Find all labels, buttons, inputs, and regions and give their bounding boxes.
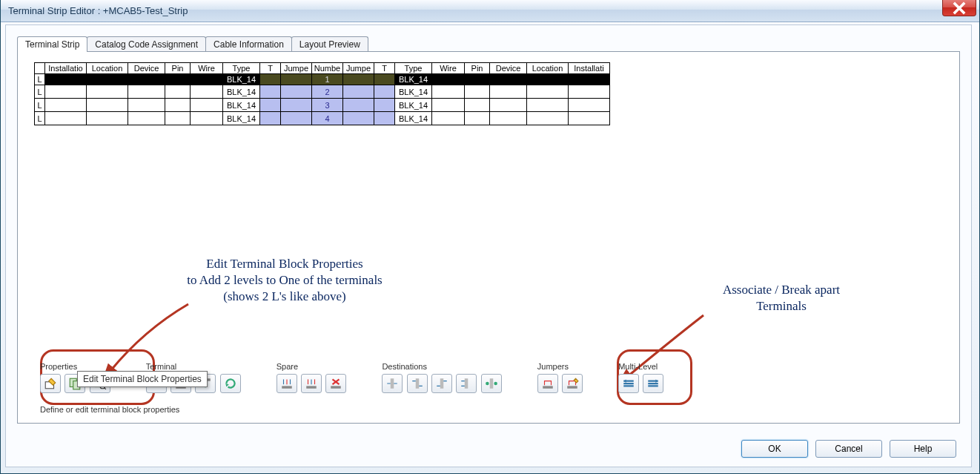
annotation-associate: Associate / Break apart Terminals xyxy=(700,282,863,315)
dest-btn-4[interactable] xyxy=(456,374,477,393)
cell-type-r: BLK_14 xyxy=(395,85,432,99)
col-location-l: Location xyxy=(87,63,128,74)
cancel-button[interactable]: Cancel xyxy=(815,440,882,458)
svg-line-5 xyxy=(104,388,105,389)
group-destinations: Destinations xyxy=(376,359,509,399)
annotation-line: to Add 2 levels to One of the terminals xyxy=(187,273,382,287)
col-pin-r: Pin xyxy=(465,63,490,74)
window-title: Terminal Strip Editor : +MCAB5-Test_Stri… xyxy=(8,5,188,16)
svg-rect-9 xyxy=(282,386,292,388)
group-label: Terminal xyxy=(146,362,242,371)
col-wire-l: Wire xyxy=(191,63,223,74)
col-jumper-r: Jumpe xyxy=(343,63,374,74)
cell-type-r: BLK_14 xyxy=(395,99,432,112)
associate-terminals-button[interactable] xyxy=(618,374,639,393)
dialog-buttons: OK Cancel Help xyxy=(741,440,956,458)
annotation-line: Terminals xyxy=(756,299,807,313)
dest-btn-1[interactable] xyxy=(382,374,403,393)
dest-icon xyxy=(460,377,473,390)
svg-rect-21 xyxy=(465,378,469,389)
group-multilevel: Multi-Level xyxy=(612,359,671,399)
svg-rect-18 xyxy=(391,378,394,389)
associate-icon xyxy=(622,377,635,390)
cell-number: 1 xyxy=(312,74,343,85)
edit-icon xyxy=(44,377,57,390)
group-spare: Spare xyxy=(271,359,354,399)
tab-layout-preview[interactable]: Layout Preview xyxy=(291,36,368,52)
annotation-line: Edit Terminal Block Properties xyxy=(206,257,362,271)
col-jumper-l: Jumpe xyxy=(281,63,312,74)
delete-spare-button[interactable] xyxy=(325,374,346,393)
table-row[interactable]: L BLK_14 1 BLK_14 xyxy=(35,74,610,85)
dest-icon xyxy=(485,377,498,390)
delete-spare-icon xyxy=(329,377,342,390)
svg-rect-20 xyxy=(440,378,444,389)
reassign-button[interactable] xyxy=(220,374,241,393)
table-row[interactable]: L BLK_14 2 BLK_14 xyxy=(35,85,610,99)
table-row[interactable]: L BLK_14 4 BLK_14 xyxy=(35,112,610,125)
cell-number: 4 xyxy=(312,112,343,125)
col-device-r: Device xyxy=(490,63,527,74)
col-location-r: Location xyxy=(527,63,569,74)
group-label: Destinations xyxy=(382,362,503,371)
col-pin-l: Pin xyxy=(165,63,191,74)
help-button[interactable]: Help xyxy=(890,440,956,458)
dest-btn-2[interactable] xyxy=(407,374,428,393)
col-device-l: Device xyxy=(128,63,165,74)
edit-block-props-button[interactable] xyxy=(40,374,61,393)
svg-rect-17 xyxy=(331,386,342,388)
status-text: Define or edit terminal block properties xyxy=(40,405,179,414)
tabbar: Terminal Strip Catalog Code Assignment C… xyxy=(17,36,971,52)
cell-type-l: BLK_14 xyxy=(223,112,260,125)
break-apart-button[interactable] xyxy=(643,374,663,393)
tab-terminal-strip[interactable]: Terminal Strip xyxy=(17,36,87,52)
col-install-r: Installati xyxy=(569,63,610,74)
close-button[interactable] xyxy=(942,0,976,16)
svg-point-23 xyxy=(486,382,489,386)
dest-btn-5[interactable] xyxy=(481,374,502,393)
dest-btn-3[interactable] xyxy=(431,374,452,393)
svg-point-24 xyxy=(494,382,497,386)
cell-l: L xyxy=(35,112,45,125)
ok-button[interactable]: OK xyxy=(741,440,808,458)
svg-rect-19 xyxy=(416,378,420,389)
dest-icon xyxy=(435,377,448,390)
annotation-line: (shows 2 L's like above) xyxy=(223,289,345,303)
delete-jumper-button[interactable] xyxy=(562,374,583,393)
jumper-del-icon xyxy=(566,377,579,390)
dest-icon xyxy=(411,377,424,390)
table-header-row: Installatio Location Device Pin Wire Typ… xyxy=(35,63,610,74)
svg-rect-26 xyxy=(567,386,577,388)
col-type-l: Type xyxy=(223,63,260,74)
jumper-icon xyxy=(541,377,554,390)
table-row[interactable]: L BLK_14 3 BLK_14 xyxy=(35,99,610,112)
insert-spare-icon xyxy=(280,377,294,390)
svg-rect-25 xyxy=(543,386,553,388)
insert-accessory-button[interactable] xyxy=(301,374,322,393)
col-t-r: T xyxy=(374,63,395,74)
group-label: Spare xyxy=(277,362,348,371)
window: Terminal Strip Editor : +MCAB5-Test_Stri… xyxy=(0,0,980,474)
terminal-table[interactable]: Installatio Location Device Pin Wire Typ… xyxy=(34,62,610,125)
col-t-l: T xyxy=(260,63,281,74)
col-l xyxy=(35,63,45,74)
tooltip-text: Edit Terminal Block Properties xyxy=(83,374,202,384)
dialog-body: Terminal Strip Catalog Code Assignment C… xyxy=(5,24,972,467)
cell-type-r: BLK_14 xyxy=(395,112,432,125)
cell-number: 2 xyxy=(312,85,343,99)
cell-type-l: BLK_14 xyxy=(223,74,260,85)
annotation-edit-props: Edit Terminal Block Properties to Add 2 … xyxy=(166,256,403,305)
tooltip: Edit Terminal Block Properties xyxy=(77,371,208,387)
close-icon xyxy=(953,1,966,15)
break-icon xyxy=(646,377,660,390)
annotation-line: Associate / Break apart xyxy=(723,283,840,297)
tab-catalog-code[interactable]: Catalog Code Assignment xyxy=(87,36,206,52)
dest-icon xyxy=(385,377,399,390)
cell-l: L xyxy=(35,74,45,85)
titlebar: Terminal Strip Editor : +MCAB5-Test_Stri… xyxy=(1,0,979,22)
insert-acc-icon xyxy=(305,377,318,390)
tab-cable-info[interactable]: Cable Information xyxy=(205,36,292,52)
insert-spare-button[interactable] xyxy=(277,374,297,393)
assign-jumper-button[interactable] xyxy=(537,374,558,393)
group-label: Properties xyxy=(40,362,112,371)
